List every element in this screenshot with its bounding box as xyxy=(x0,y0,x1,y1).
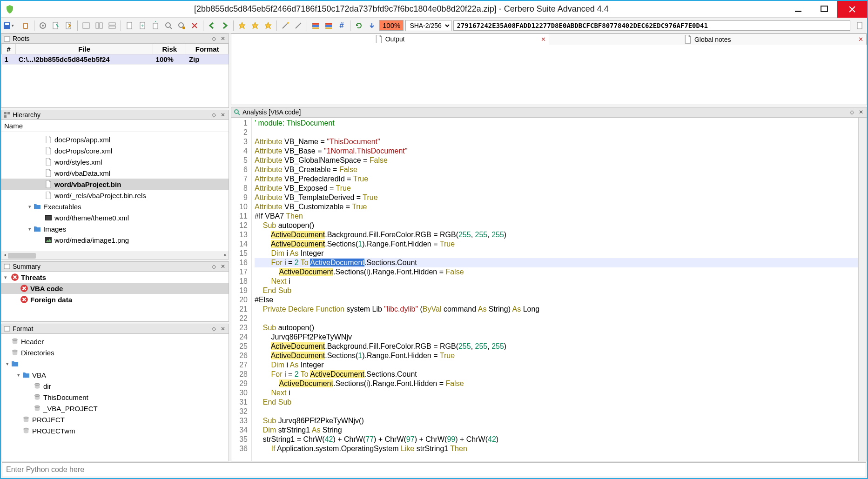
output-panel-body[interactable] xyxy=(231,45,867,105)
table-header[interactable]: File xyxy=(16,44,153,54)
code-line[interactable]: Sub autoopen() xyxy=(255,221,858,230)
code-line[interactable]: Attribute VB_Base = "1Normal.ThisDocumen… xyxy=(255,146,858,156)
hierarchy-column-header[interactable]: Name xyxy=(1,120,229,132)
python-input[interactable] xyxy=(6,466,862,474)
tree-item[interactable]: ▾Images xyxy=(1,223,229,234)
code-line[interactable]: #If VBA7 Then xyxy=(255,212,858,221)
vertical-scrollbar[interactable] xyxy=(858,118,867,461)
code-line[interactable]: Dim i As Integer xyxy=(255,249,858,258)
summary-panel-header[interactable]: Summary ◇ ✕ xyxy=(1,261,229,272)
dock-icon[interactable]: ◇ xyxy=(210,35,217,42)
code-line[interactable]: If Application.system.OperatingSystem Li… xyxy=(255,444,858,453)
hierarchy-panel-header[interactable]: Hierarchy ◇ ✕ xyxy=(1,110,229,120)
down-button[interactable] xyxy=(366,20,377,31)
tree-item[interactable]: ▾ xyxy=(1,358,229,369)
table-header[interactable]: Risk xyxy=(153,44,186,54)
save-dropdown-button[interactable]: ▾ xyxy=(3,20,14,31)
code-line[interactable]: For i = 2 To ActiveDocument.Sections.Cou… xyxy=(255,370,858,379)
copy-hash-button[interactable] xyxy=(854,20,865,31)
page-button[interactable] xyxy=(124,20,135,31)
summary-tree[interactable]: ▾ThreatsVBA codeForeign data xyxy=(1,272,229,305)
tree-item[interactable]: word/media/image1.png xyxy=(1,234,229,246)
summary-item[interactable]: ▾Threats xyxy=(1,272,229,283)
tree-item[interactable]: _VBA_PROJECT xyxy=(1,403,229,414)
wand-button[interactable] xyxy=(280,20,291,31)
code-line[interactable]: For i = 2 To ActiveDocument.Sections.Cou… xyxy=(255,258,858,267)
code-line[interactable]: Private Declare Function system Lib "lib… xyxy=(255,305,858,314)
code-line[interactable]: Attribute VB_Name = "ThisDocument" xyxy=(255,137,858,146)
tab-output[interactable]: Output✕ xyxy=(231,34,549,45)
hierarchy-tree[interactable]: docProps/app.xmldocProps/core.xmlword/st… xyxy=(1,132,229,252)
code-line[interactable]: Dim i As Integer xyxy=(255,360,858,370)
tree-item[interactable]: word/theme/theme0.xml xyxy=(1,212,229,223)
code-line[interactable] xyxy=(255,407,858,416)
summary-item[interactable]: VBA code xyxy=(1,283,229,294)
tree-item[interactable]: dir xyxy=(1,380,229,392)
panel-close-icon[interactable]: ✕ xyxy=(219,111,227,119)
window-list-button[interactable] xyxy=(81,20,92,31)
panel-close-icon[interactable]: ✕ xyxy=(219,325,227,333)
code-line[interactable] xyxy=(255,314,858,323)
close-button[interactable] xyxy=(837,1,867,18)
code-line[interactable]: ActiveDocument.Sections(i).Range.Font.Hi… xyxy=(255,267,858,277)
tree-item[interactable]: Directories xyxy=(1,347,229,358)
tree-item[interactable]: docProps/core.xml xyxy=(1,145,229,156)
bookmark1-button[interactable] xyxy=(236,20,248,31)
python-console[interactable] xyxy=(2,462,866,477)
dock-icon[interactable]: ◇ xyxy=(210,325,217,333)
page-up-button[interactable] xyxy=(150,20,161,31)
code-line[interactable]: Dim strString1 As String xyxy=(255,426,858,435)
panel-close-icon[interactable]: ✕ xyxy=(219,35,227,42)
format-panel-header[interactable]: Format ◇ ✕ xyxy=(1,324,229,334)
code-line[interactable]: ActiveDocument.Background.Fill.ForeColor… xyxy=(255,342,858,351)
tree-item[interactable]: ▾Executables xyxy=(1,201,229,212)
code-line[interactable]: Next i xyxy=(255,277,858,286)
layout2-button[interactable] xyxy=(107,20,118,31)
table-row[interactable]: 1C:\...\2bb855dc5d845eb5f24100%Zip xyxy=(2,54,229,65)
filter2-button[interactable] xyxy=(323,20,334,31)
wand2-button[interactable] xyxy=(293,20,304,31)
horizontal-scrollbar[interactable]: ◂ ▸ xyxy=(1,252,229,259)
close-icon[interactable]: ✕ xyxy=(541,36,546,43)
code-content[interactable]: ' module: ThisDocument Attribute VB_Name… xyxy=(252,118,858,461)
roots-panel-header[interactable]: Roots ◇ ✕ xyxy=(1,33,229,44)
tree-item[interactable]: ThisDocument xyxy=(1,392,229,403)
code-line[interactable]: Attribute VB_Customizable = True xyxy=(255,202,858,212)
code-line[interactable]: Sub autoopen() xyxy=(255,323,858,333)
maximize-button[interactable] xyxy=(811,1,837,18)
code-line[interactable]: strString1 = ChrW(42) + ChrW(77) + ChrW(… xyxy=(255,435,858,444)
table-header[interactable]: Format xyxy=(186,44,229,54)
refresh-button[interactable] xyxy=(353,20,364,31)
panel-close-icon[interactable]: ✕ xyxy=(857,108,865,116)
bookmark3-button[interactable] xyxy=(262,20,274,31)
tree-item[interactable]: PROJECTwm xyxy=(1,425,229,436)
code-line[interactable]: ActiveDocument.Sections(1).Range.Font.Hi… xyxy=(255,351,858,360)
code-line[interactable]: End Sub xyxy=(255,398,858,407)
code-line[interactable]: Attribute VB_TemplateDerived = True xyxy=(255,193,858,202)
code-line[interactable]: Jurvq86PFf2PkeTyWNjv xyxy=(255,333,858,342)
hash-algo-select[interactable]: SHA-2/256 xyxy=(405,20,451,31)
zoom-button[interactable] xyxy=(163,20,174,31)
clipboard-button[interactable] xyxy=(20,20,31,31)
tab-global-notes[interactable]: Global notes✕ xyxy=(549,34,867,45)
code-line[interactable]: Next i xyxy=(255,388,858,398)
close-icon[interactable]: ✕ xyxy=(858,36,863,43)
code-line[interactable]: Sub Jurvq86PFf2PkeTyWNjv() xyxy=(255,416,858,426)
code-line[interactable]: ' module: ThisDocument xyxy=(255,119,858,128)
tree-item[interactable]: PROJECT xyxy=(1,414,229,425)
code-line[interactable]: ActiveDocument.Background.Fill.ForeColor… xyxy=(255,230,858,240)
code-line[interactable]: End Sub xyxy=(255,286,858,295)
format-tree[interactable]: HeaderDirectories▾▾VBAdirThisDocument_VB… xyxy=(1,334,229,438)
code-line[interactable]: Attribute VB_Exposed = True xyxy=(255,184,858,193)
dock-icon[interactable]: ◇ xyxy=(210,111,217,119)
tree-item[interactable]: word/vbaData.xml xyxy=(1,167,229,179)
back-button[interactable] xyxy=(206,20,217,31)
hash-value-field[interactable] xyxy=(453,20,850,31)
code-line[interactable]: Attribute VB_GlobalNameSpace = False xyxy=(255,156,858,165)
panel-close-icon[interactable]: ✕ xyxy=(219,263,227,270)
tree-item[interactable]: Header xyxy=(1,336,229,347)
gear-button[interactable] xyxy=(37,20,48,31)
layout-button[interactable] xyxy=(94,20,105,31)
bookmark2-button[interactable] xyxy=(249,20,261,31)
tree-item[interactable]: word/styles.xml xyxy=(1,156,229,167)
